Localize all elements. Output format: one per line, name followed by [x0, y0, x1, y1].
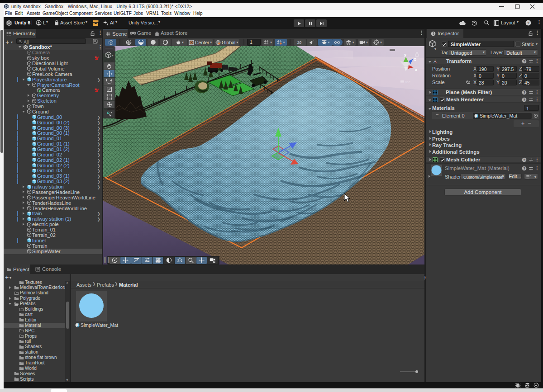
svg-text:x: x [415, 67, 417, 72]
svg-text:?: ? [523, 59, 525, 63]
svg-text:y: y [404, 52, 406, 57]
svg-text:?: ? [523, 98, 525, 102]
svg-text:?: ? [527, 21, 529, 25]
svg-text:?: ? [523, 166, 525, 170]
svg-text:?: ? [523, 158, 525, 162]
svg-text:20: 20 [297, 40, 302, 45]
svg-text:z: z [414, 57, 416, 61]
svg-text:tac: tac [405, 80, 410, 84]
svg-text:?: ? [523, 90, 525, 94]
